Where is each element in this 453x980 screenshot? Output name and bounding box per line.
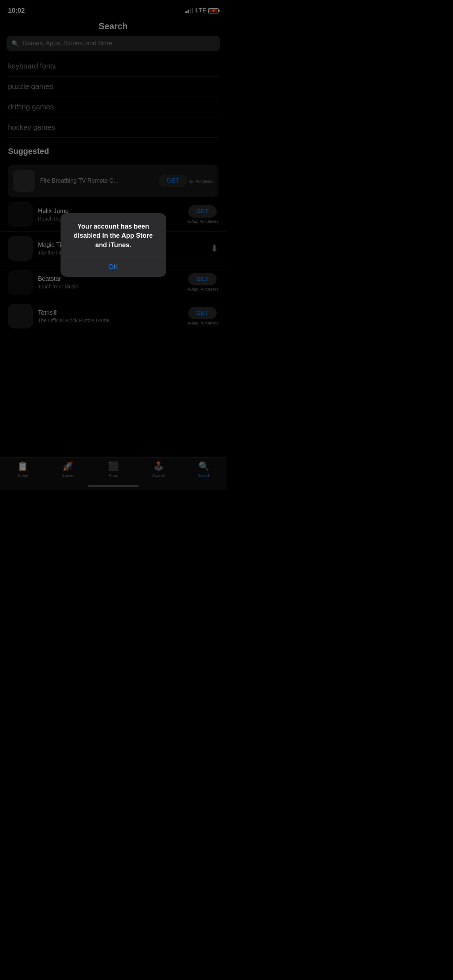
modal-message: Your account has been disabled in the Ap… [68, 222, 159, 250]
modal-ok-button[interactable]: OK [61, 258, 166, 277]
modal-dialog: Your account has been disabled in the Ap… [61, 213, 166, 277]
modal-actions: OK [61, 258, 166, 277]
modal-body: Your account has been disabled in the Ap… [61, 213, 166, 257]
modal-overlay: Your account has been disabled in the Ap… [0, 0, 226, 490]
